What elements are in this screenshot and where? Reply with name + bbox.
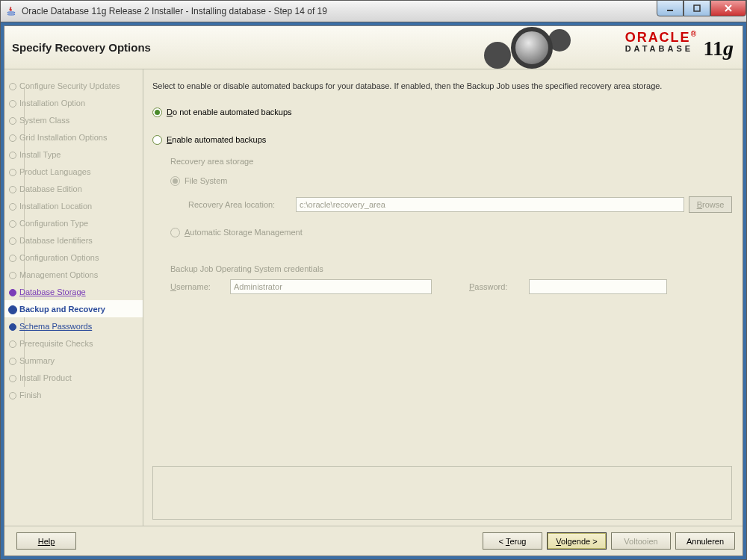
recovery-location-row: Recovery Area location: Browse [188,196,732,213]
sidebar-step-database-storage[interactable]: Database Storage [4,283,143,300]
sidebar-step-schema-passwords[interactable]: Schema Passwords [4,317,143,335]
gears-graphic [490,26,571,69]
sidebar-step-database-identifiers: Database Identifiers [4,231,143,249]
password-input [529,279,667,294]
window-controls [657,1,746,22]
sidebar-step-installation-option: Installation Option [4,94,143,111]
radio-disable-backups[interactable]: Do not enable automated backups [152,108,732,117]
step-sidebar: Configure Security UpdatesInstallation O… [4,69,143,526]
minimize-button[interactable] [657,0,684,16]
sidebar-step-install-product: Install Product [4,369,143,386]
finish-button: Voltooien [611,532,671,550]
sidebar-step-configuration-options: Configuration Options [4,249,143,266]
page-title: Specify Recovery Options [12,41,151,54]
sidebar-step-product-languages: Product Languages [4,163,143,180]
next-button[interactable]: Volgende > [547,532,607,550]
radio-icon [152,135,162,145]
credentials-row: Username: Password: [170,279,732,294]
radio-asm: Automatic Storage Management [170,228,732,237]
cancel-button[interactable]: Annuleren [675,532,735,550]
username-label: Username: [170,282,223,291]
recovery-location-input [296,197,684,212]
java-icon [5,5,17,17]
section-credentials: Backup Job Operating System credentials [170,264,732,273]
radio-file-system: File System [170,176,732,186]
version-11g: 11g [704,37,734,60]
radio-icon [170,176,180,186]
sidebar-step-grid-installation-options: Grid Installation Options [4,128,143,146]
titlebar[interactable]: Oracle Database 11g Release 2 Installer … [0,0,747,22]
sidebar-step-summary: Summary [4,352,143,369]
wizard-header: Specify Recovery Options ORACLE® DATABAS… [4,26,743,69]
sidebar-step-install-type: Install Type [4,146,143,163]
radio-icon [170,228,180,237]
intro-text: Select to enable or disable automated ba… [152,80,732,93]
sidebar-step-finish: Finish [4,386,143,403]
maximize-button[interactable] [684,0,710,16]
message-area [152,466,732,520]
installer-window: Oracle Database 11g Release 2 Installer … [0,0,747,560]
browse-button: Browse [689,196,732,213]
window-title: Oracle Database 11g Release 2 Installer … [22,6,657,16]
radio-enable-backups[interactable]: Enable automated backups [152,135,732,145]
back-button[interactable]: < Terug [483,532,542,550]
wizard-footer: Help < Terug Volgende > Voltooien Annule… [4,526,743,556]
sidebar-step-prerequisite-checks: Prerequisite Checks [4,335,143,352]
help-button[interactable]: Help [16,532,76,550]
section-recovery-storage: Recovery area storage [170,157,732,166]
close-button[interactable] [710,0,746,16]
sidebar-step-installation-location: Installation Location [4,197,143,214]
password-label: Password: [469,282,521,291]
sidebar-step-database-edition: Database Edition [4,180,143,197]
svg-rect-1 [694,5,700,11]
sidebar-step-backup-and-recovery: Backup and Recovery [4,300,143,317]
sidebar-step-configuration-type: Configuration Type [4,214,143,231]
radio-icon [152,108,162,117]
recovery-location-label: Recovery Area location: [188,200,296,209]
oracle-logo: ORACLE® DATABASE [625,30,698,53]
sidebar-step-configure-security-updates: Configure Security Updates [4,77,143,94]
username-input [230,279,432,294]
main-panel: Select to enable or disable automated ba… [143,69,743,526]
svg-rect-0 [667,10,673,11]
sidebar-step-management-options: Management Options [4,266,143,283]
sidebar-step-system-class: System Class [4,111,143,128]
